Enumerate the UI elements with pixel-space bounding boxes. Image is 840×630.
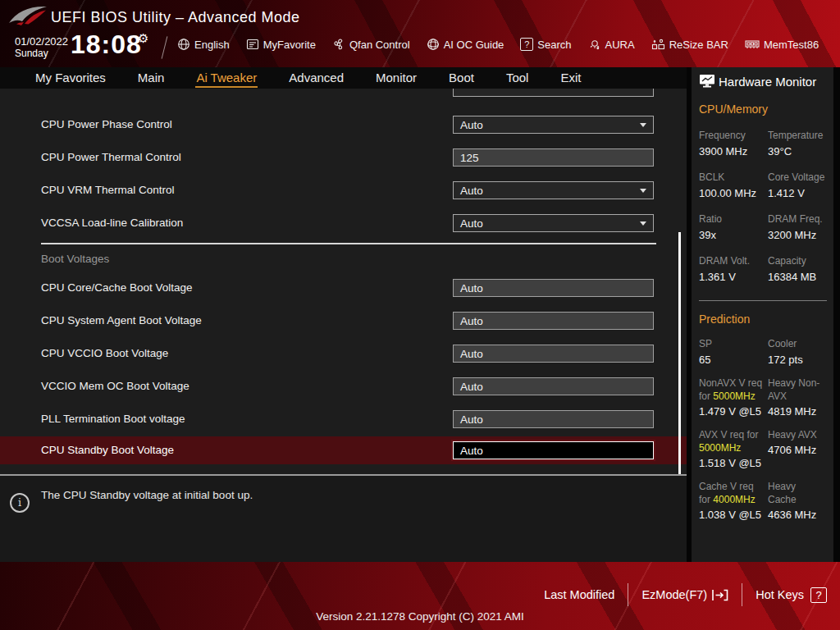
cooler-value: 172 pts	[768, 354, 827, 366]
aura-icon	[588, 38, 601, 51]
myfavorite-icon	[246, 38, 259, 51]
stat-row: SP 65 Cooler 172 pts	[699, 338, 827, 366]
ai-oc-guide-button[interactable]: AI OC Guide	[427, 38, 504, 51]
globe-icon	[177, 38, 190, 51]
prediction-section-title: Prediction	[699, 313, 827, 326]
qfan-icon	[332, 38, 345, 51]
setting-row: PLL Termination Boot voltage Auto	[0, 410, 687, 428]
myfavorite-button[interactable]: MyFavorite	[246, 38, 316, 51]
setting-row: VCCSA Load-line Calibration Auto	[0, 214, 687, 232]
setting-row-clipped	[0, 89, 687, 97]
stat-row: BCLK 100.00 MHz Core Voltage 1.412 V	[699, 171, 827, 199]
cpu-power-phase-control-dropdown[interactable]: Auto	[453, 116, 654, 134]
section-divider	[41, 243, 656, 244]
chevron-down-icon	[640, 221, 646, 226]
vccio-mem-oc-boot-voltage-input[interactable]: Auto	[453, 377, 654, 395]
cpu-memory-section-title: CPU/Memory	[699, 103, 827, 116]
setting-row: CPU System Agent Boot Voltage Auto	[0, 312, 687, 330]
prediction-row: AVX V req for 5000MHz 1.518 V @L5 Heavy …	[699, 428, 827, 469]
heavy-avx-value: 4706 MHz	[768, 444, 827, 456]
cpu-system-agent-boot-voltage-input[interactable]: Auto	[453, 312, 654, 330]
cpu-frequency-value: 3900 MHz	[699, 145, 768, 158]
prediction-row: NonAVX V req for 5000MHz 1.479 V @L5 Hea…	[699, 377, 827, 418]
heavy-nonavx-value: 4819 MHz	[768, 405, 827, 418]
rog-logo-icon	[8, 4, 48, 29]
avx-vreq-value: 1.518 V @L5	[699, 457, 768, 469]
sp-value: 65	[699, 354, 768, 366]
cpu-standby-boot-voltage-input[interactable]: Auto	[453, 441, 654, 459]
clock: 18:08	[71, 30, 142, 60]
tab-exit[interactable]: Exit	[559, 69, 582, 88]
tab-tool[interactable]: Tool	[505, 69, 530, 88]
chevron-down-icon	[640, 123, 646, 127]
hot-keys-button[interactable]: Hot Keys ?	[756, 587, 827, 603]
day-label: Sunday	[15, 48, 68, 60]
sidebar-divider	[699, 300, 827, 301]
footer-bar: Last Modified EzMode(F7) Hot Keys ? Vers…	[0, 562, 840, 630]
footer-divider	[742, 583, 742, 606]
tab-ai-tweaker[interactable]: Ai Tweaker	[195, 69, 258, 88]
language-button[interactable]: English	[177, 38, 230, 51]
cpu-core-cache-boot-voltage-input[interactable]: Auto	[453, 279, 654, 297]
settings-panel: CPU Power Phase Control Auto CPU Power T…	[0, 89, 687, 474]
chevron-down-icon	[640, 189, 646, 193]
bclk-value: 100.00 MHz	[699, 187, 768, 199]
setting-row-selected: CPU Standby Boot Voltage Auto	[0, 436, 687, 464]
section-title: Boot Voltages	[41, 253, 109, 265]
cpu-power-thermal-control-input[interactable]: 125	[453, 148, 654, 167]
tab-advanced[interactable]: Advanced	[288, 69, 345, 88]
main-nav: My Favorites Main Ai Tweaker Advanced Mo…	[0, 67, 687, 89]
resize-bar-icon	[651, 38, 665, 51]
resize-bar-button[interactable]: ReSize BAR	[651, 38, 728, 51]
ezmode-button[interactable]: EzMode(F7)	[641, 588, 728, 601]
aura-button[interactable]: AURA	[588, 38, 635, 51]
monitor-icon	[699, 74, 715, 89]
memtest-button[interactable]: MemTest86	[745, 38, 819, 51]
core-voltage-value: 1.412 V	[768, 187, 827, 199]
header-toolbar: English MyFavorite Qfan Control	[177, 38, 819, 51]
header-bar: UEFI BIOS Utility – Advanced Mode 01/02/…	[0, 0, 840, 67]
scrollbar-thumb[interactable]	[678, 232, 681, 474]
time-settings-gear-icon[interactable]: ⚙	[138, 31, 148, 46]
setting-row: CPU VRM Thermal Control Auto	[0, 181, 687, 199]
search-button[interactable]: ? Search	[520, 38, 571, 51]
heavy-cache-value: 4636 MHz	[768, 509, 827, 521]
memtest-icon	[745, 38, 760, 51]
app-title: UEFI BIOS Utility – Advanced Mode	[51, 9, 300, 26]
setting-row: CPU Core/Cache Boot Voltage Auto	[0, 279, 687, 297]
stat-row: DRAM Volt. 1.361 V Capacity 16384 MB	[699, 255, 827, 283]
last-modified-button[interactable]: Last Modified	[544, 588, 614, 601]
cpu-temperature-value: 39°C	[768, 145, 827, 158]
cpu-vrm-thermal-control-dropdown[interactable]: Auto	[453, 181, 654, 199]
vccsa-load-line-calibration-dropdown[interactable]: Auto	[453, 214, 654, 232]
capacity-value: 16384 MB	[768, 271, 827, 283]
ai-oc-guide-icon	[427, 38, 440, 51]
tab-my-favorites[interactable]: My Favorites	[34, 69, 107, 88]
cache-vreq-value: 1.038 V @L5	[699, 509, 768, 521]
bios-screen: UEFI BIOS Utility – Advanced Mode 01/02/…	[0, 0, 840, 630]
header-divider	[162, 36, 168, 58]
tab-boot[interactable]: Boot	[448, 69, 475, 88]
ezmode-exit-icon	[711, 589, 728, 601]
qfan-control-button[interactable]: Qfan Control	[332, 38, 410, 51]
setting-row: CPU Power Phase Control Auto	[0, 116, 687, 134]
setting-row: CPU VCCIO Boot Voltage Auto	[0, 345, 687, 363]
ratio-value: 39x	[699, 229, 768, 241]
hardware-monitor-title: Hardware Monitor	[719, 75, 816, 89]
pll-termination-boot-voltage-input[interactable]: Auto	[453, 410, 654, 428]
prediction-row: Cache V req for 4000MHz 1.038 V @L5 Heav…	[699, 480, 827, 521]
nonavx-vreq-value: 1.479 V @L5	[699, 405, 768, 418]
version-text: Version 2.21.1278 Copyright (C) 2021 AMI	[0, 610, 840, 623]
cpu-vccio-boot-voltage-input[interactable]: Auto	[453, 345, 654, 363]
tab-main[interactable]: Main	[137, 69, 166, 88]
stat-row: Ratio 39x DRAM Freq. 3200 MHz	[699, 213, 827, 241]
dram-frequency-value: 3200 MHz	[768, 229, 827, 241]
stat-row: Frequency 3900 MHz Temperature 39°C	[699, 130, 827, 158]
clipped-dropdown[interactable]	[453, 89, 654, 97]
date-label: 01/02/2022	[15, 35, 68, 48]
hardware-monitor-panel: Hardware Monitor CPU/Memory Frequency 39…	[692, 67, 833, 562]
tab-monitor[interactable]: Monitor	[375, 69, 418, 88]
search-icon: ?	[520, 38, 533, 51]
setting-row: VCCIO Mem OC Boot Voltage Auto	[0, 377, 687, 395]
footer-divider	[628, 583, 628, 606]
